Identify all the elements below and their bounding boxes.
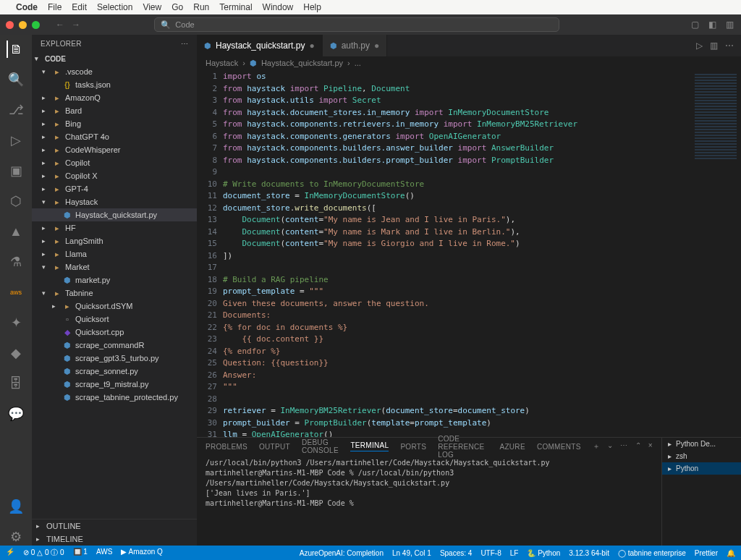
panel-tab[interactable]: PORTS: [400, 443, 426, 451]
panel-tab[interactable]: DEBUG CONSOLE: [302, 438, 339, 454]
tree-item[interactable]: ▸▸LangSmith: [32, 234, 197, 247]
terminal-output[interactable]: /usr/local/bin/python3 /Users/martinhell…: [197, 455, 661, 546]
close-tab-icon[interactable]: ●: [374, 41, 379, 51]
status-item[interactable]: UTF-8: [480, 549, 501, 557]
timeline-section[interactable]: ▸TIMELINE: [32, 533, 197, 546]
tree-item[interactable]: ▸▸GPT-4: [32, 182, 197, 195]
nav-forward-icon[interactable]: →: [72, 20, 80, 30]
status-item[interactable]: ▶ Amazon Q: [121, 548, 162, 558]
status-item[interactable]: 3.12.3 64-bit: [569, 549, 609, 557]
terminal-list-item[interactable]: ▸Python De...: [662, 438, 741, 450]
close-tab-icon[interactable]: ●: [309, 41, 314, 51]
status-item[interactable]: 🔔: [727, 549, 735, 557]
tree-item[interactable]: ▸▸Quicksort.dSYM: [32, 300, 197, 313]
tree-item[interactable]: ▾▸Haystack: [32, 195, 197, 208]
status-item[interactable]: LF: [510, 549, 519, 557]
layout-sidebar-icon[interactable]: ◧: [708, 20, 718, 30]
panel-action-icon[interactable]: ×: [648, 441, 653, 451]
minimap[interactable]: [690, 69, 741, 437]
editor-tab[interactable]: ⬢Haystack_quickstart.py●: [197, 35, 323, 56]
run-debug-icon[interactable]: ▷: [7, 132, 25, 149]
settings-gear-icon[interactable]: ⚙: [7, 528, 25, 546]
accounts-icon[interactable]: 👤: [7, 498, 25, 515]
tree-item[interactable]: ▸▸Bard: [32, 104, 197, 117]
tree-item[interactable]: ⬢Haystack_quickstart.py: [32, 208, 197, 221]
status-item[interactable]: 🐍 Python: [527, 549, 560, 557]
extensions-icon[interactable]: ▣: [7, 162, 25, 179]
tree-item[interactable]: ▾▸Tabnine: [32, 287, 197, 300]
tree-item[interactable]: ▸▸Copilot X: [32, 169, 197, 182]
panel-action-icon[interactable]: ⌄: [607, 441, 613, 451]
terminal-list-item[interactable]: ▸Python: [662, 462, 741, 475]
panel-action-icon[interactable]: ⋯: [620, 441, 627, 451]
panel-tab[interactable]: COMMENTS: [537, 443, 581, 451]
menu-go[interactable]: Go: [172, 2, 183, 12]
amazonq-icon[interactable]: ◆: [7, 344, 25, 362]
tree-item[interactable]: ▸▸Copilot: [32, 156, 197, 169]
layout-panel-icon[interactable]: ▢: [690, 20, 700, 30]
panel-tab[interactable]: OUTPUT: [259, 443, 290, 451]
status-item[interactable]: AzureOpenAI: Completion: [300, 549, 384, 557]
status-item[interactable]: 🔲 1: [73, 548, 88, 558]
split-editor-icon[interactable]: ▥: [710, 41, 718, 51]
maximize-window-icon[interactable]: [32, 21, 40, 29]
explorer-icon[interactable]: 🗎: [7, 41, 24, 58]
panel-tab[interactable]: PROBLEMS: [206, 443, 247, 451]
tabnine-icon[interactable]: ✦: [7, 314, 25, 331]
more-icon[interactable]: ⋯: [181, 40, 188, 48]
tree-item[interactable]: ▸▸Llama: [32, 247, 197, 260]
minimize-window-icon[interactable]: [19, 21, 27, 29]
panel-action-icon[interactable]: ⌃: [635, 441, 641, 451]
code-editor[interactable]: 1234567891011121314151617181920212223242…: [197, 69, 741, 437]
menu-edit[interactable]: Edit: [72, 2, 87, 12]
layout-customize-icon[interactable]: ▥: [725, 20, 735, 30]
remote-icon[interactable]: ⬡: [7, 192, 25, 210]
status-item[interactable]: Ln 49, Col 1: [392, 549, 431, 557]
testing-icon[interactable]: ⚗: [7, 253, 25, 271]
tree-item[interactable]: {}tasks.json: [32, 78, 197, 91]
status-item[interactable]: ⚡: [6, 548, 14, 558]
menu-help[interactable]: Help: [303, 2, 321, 12]
status-item[interactable]: Prettier: [695, 549, 718, 557]
command-center[interactable]: 🔍 Code: [154, 17, 559, 32]
panel-action-icon[interactable]: ＋: [593, 441, 600, 451]
tree-item[interactable]: ▸▸CodeWhisperer: [32, 143, 197, 156]
tree-item[interactable]: ▸▸AmazonQ: [32, 91, 197, 104]
search-view-icon[interactable]: 🔍: [7, 71, 25, 88]
close-window-icon[interactable]: [6, 21, 14, 29]
tree-item[interactable]: ▸▸ChatGPT 4o: [32, 130, 197, 143]
editor-tab[interactable]: ⬢auth.py●: [323, 35, 388, 56]
tree-item[interactable]: ▾▸Market: [32, 260, 197, 273]
tree-item[interactable]: ⬢market.py: [32, 273, 197, 287]
azure-icon[interactable]: ▲: [7, 223, 25, 240]
tab-more-icon[interactable]: ⋯: [725, 41, 734, 51]
tree-item[interactable]: ▾▸.vscode: [32, 65, 197, 78]
breadcrumbs[interactable]: Haystack› ⬢Haystack_quickstart.py› ...: [197, 56, 741, 69]
tree-item[interactable]: ◆Quicksort.cpp: [32, 326, 197, 339]
menu-view[interactable]: View: [143, 2, 161, 12]
status-item[interactable]: ◯ tabnine enterprise: [618, 549, 686, 557]
tree-item[interactable]: ⬢scrape_sonnet.py: [32, 365, 197, 378]
tree-item[interactable]: ▸▸HF: [32, 221, 197, 234]
aws-icon[interactable]: aws: [7, 284, 25, 301]
status-item[interactable]: Spaces: 4: [440, 549, 472, 557]
menu-run[interactable]: Run: [193, 2, 209, 12]
tree-item[interactable]: ▫Quicksort: [32, 313, 197, 326]
panel-tab[interactable]: AZURE: [499, 443, 525, 451]
tree-item[interactable]: ⬢scrape_t9_mistral.py: [32, 378, 197, 391]
tree-item[interactable]: ▸▸Bing: [32, 117, 197, 130]
tree-item[interactable]: ⬢scrape_commandR: [32, 339, 197, 352]
status-item[interactable]: AWS: [96, 548, 112, 558]
database-icon[interactable]: 🗄: [7, 375, 25, 392]
menu-app[interactable]: Code: [16, 2, 38, 12]
nav-back-icon[interactable]: ←: [56, 20, 64, 30]
status-item[interactable]: ⊘ 0 △ 0 ⓘ 0: [23, 548, 64, 558]
folder-header[interactable]: ▾CODE: [32, 52, 197, 65]
run-file-icon[interactable]: ▷: [696, 41, 703, 51]
tree-item[interactable]: ⬢scrape_tabnine_protected.py: [32, 391, 197, 404]
tree-item[interactable]: ⬢scrape_gpt3.5_turbo.py: [32, 352, 197, 365]
menu-selection[interactable]: Selection: [97, 2, 132, 12]
menu-terminal[interactable]: Terminal: [219, 2, 252, 12]
chat-icon[interactable]: 💬: [7, 405, 25, 423]
panel-tab[interactable]: TERMINAL: [350, 441, 389, 451]
